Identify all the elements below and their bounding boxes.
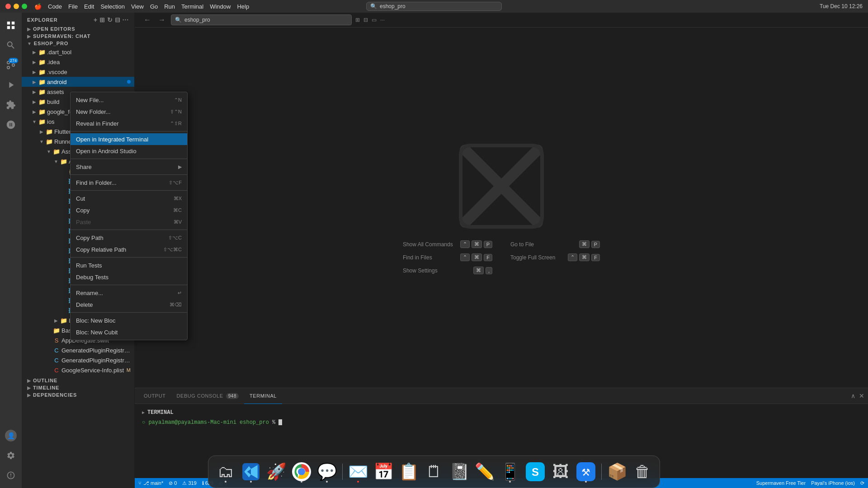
dock-pencil[interactable]: ✏️ xyxy=(473,460,496,483)
code-menu[interactable]: Code xyxy=(48,3,62,10)
new-file-icon[interactable]: + xyxy=(94,16,98,23)
collapse-all-icon[interactable]: ⊟ xyxy=(115,16,121,23)
split-editor-icon[interactable]: ⊞ xyxy=(355,17,360,23)
close-panel-icon[interactable]: ✕ xyxy=(859,392,864,399)
activity-supermaven[interactable] xyxy=(2,116,20,134)
file-menu[interactable]: File xyxy=(68,3,78,10)
forward-button[interactable]: → xyxy=(156,15,167,25)
menu-open-android-studio[interactable]: Open in Android Studio xyxy=(71,145,187,157)
menu-open-terminal[interactable]: Open in Integrated Terminal xyxy=(71,133,187,145)
activity-explorer[interactable] xyxy=(2,16,20,34)
menu-share[interactable]: Share ▶ xyxy=(71,161,187,173)
tab-output[interactable]: OUTPUT xyxy=(138,388,171,404)
dock-xcode[interactable]: ⚒ xyxy=(574,460,598,483)
section-supermaven[interactable]: ▶ SUPERMAVEN: CHAT xyxy=(22,33,134,40)
layout-icon[interactable]: ▭ xyxy=(372,17,377,23)
view-menu[interactable]: View xyxy=(131,3,144,10)
window-controls[interactable] xyxy=(5,4,27,9)
dock-launchpad[interactable]: 🚀 xyxy=(264,460,288,483)
go-menu[interactable]: Go xyxy=(150,3,158,10)
section-timeline[interactable]: ▶ TIMELINE xyxy=(22,384,134,391)
menu-reveal-finder[interactable]: Reveal in Finder ⌃⇧R xyxy=(71,117,187,129)
menu-bloc-new-cubit[interactable]: Bloc: New Cubit xyxy=(71,326,187,338)
dock-stickies[interactable]: 🗒 xyxy=(422,460,446,483)
sidebar-item-generatedplugin-m[interactable]: C GeneratedPluginRegistrant.m xyxy=(22,355,134,365)
close-button[interactable] xyxy=(5,4,11,9)
sidebar-item-generatedplugin-h[interactable]: C GeneratedPluginRegistrant.h xyxy=(22,345,134,355)
expand-icon[interactable]: ∧ xyxy=(851,392,855,399)
menu-paste[interactable]: Paste ⌘V xyxy=(71,216,187,228)
menu-delete[interactable]: Delete ⌘⌫ xyxy=(71,299,187,310)
folder-arrow: ▶ xyxy=(31,70,38,75)
help-menu[interactable]: Help xyxy=(237,3,249,10)
dock-preview[interactable]: 🖼 xyxy=(549,460,572,483)
status-sync[interactable]: ⟳ xyxy=(860,480,864,486)
sidebar-item-idea[interactable]: ▶ 📁 .idea xyxy=(22,57,134,67)
dock-skype[interactable]: S xyxy=(524,460,547,483)
activity-source-control[interactable]: 274 xyxy=(2,56,20,74)
terminal-section[interactable]: ▶ TERMINAL xyxy=(142,408,861,418)
edit-menu[interactable]: Edit xyxy=(84,3,94,10)
tab-terminal[interactable]: TERMINAL xyxy=(244,388,282,404)
menu-find-in-folder[interactable]: Find in Folder... ⇧⌥F xyxy=(71,177,187,188)
dock-slack[interactable]: 💬 xyxy=(315,460,339,483)
sidebar-item-googleservice[interactable]: C GoogleService-Info.plist M xyxy=(22,365,134,375)
section-open-editors[interactable]: ▶ OPEN EDITORS xyxy=(22,25,134,33)
section-dependencies[interactable]: ▶ DEPENDENCIES xyxy=(22,391,134,399)
selection-menu[interactable]: Selection xyxy=(100,3,124,10)
activity-run[interactable] xyxy=(2,76,20,94)
sidebar-item-android[interactable]: ▶ 📁 android xyxy=(22,77,134,87)
menu-run-tests[interactable]: Run Tests xyxy=(71,259,187,271)
dock-trash[interactable]: 🗑 xyxy=(631,460,654,483)
editor-search-bar[interactable]: 🔍 eshop_pro xyxy=(171,14,352,25)
menu-new-file[interactable]: New File... ⌃N xyxy=(71,94,187,106)
menu-copy[interactable]: Copy ⌘C xyxy=(71,204,187,216)
menu-copy-relative-path[interactable]: Copy Relative Path ⇧⌥⌘C xyxy=(71,244,187,255)
terminal-menu[interactable]: Terminal xyxy=(181,3,203,10)
activity-remote[interactable] xyxy=(2,466,20,484)
dock-calendar[interactable]: 📅 xyxy=(372,460,395,483)
back-button[interactable]: ← xyxy=(142,15,153,25)
dock-notes[interactable]: 📋 xyxy=(397,460,420,483)
menu-rename[interactable]: Rename... ↵ xyxy=(71,287,187,299)
dock-vscode[interactable] xyxy=(239,460,263,483)
new-folder-icon[interactable]: ⊞ xyxy=(99,16,105,23)
menu-debug-tests[interactable]: Debug Tests xyxy=(71,271,187,283)
sidebar-item-vscode[interactable]: ▶ 📁 .vscode xyxy=(22,67,134,77)
status-warnings[interactable]: ⚠ 319 xyxy=(182,480,196,486)
run-menu[interactable]: Run xyxy=(164,3,175,10)
menu-copy-path[interactable]: Copy Path ⇧⌥C xyxy=(71,232,187,244)
tab-debug-console[interactable]: DEBUG CONSOLE 948 xyxy=(171,388,244,404)
dock-chrome[interactable] xyxy=(290,460,313,483)
activity-account[interactable]: 👤 xyxy=(2,427,20,445)
dock-downloads[interactable]: 📦 xyxy=(605,460,629,483)
dock-tasks[interactable]: 📓 xyxy=(448,460,471,483)
status-device[interactable]: Payal's iPhone (ios) xyxy=(811,480,855,486)
apple-menu[interactable]: 🍎 xyxy=(34,3,42,10)
menu-new-folder[interactable]: New Folder... ⇧⌃N xyxy=(71,106,187,117)
more-options-icon[interactable]: ··· xyxy=(123,16,129,23)
dock-finder[interactable]: 🗂 xyxy=(214,460,237,483)
status-branch[interactable]: ⑂ ⎇ main* xyxy=(138,480,163,486)
sidebar-item-dart-tool[interactable]: ▶ 📁 .dart_tool xyxy=(22,47,134,57)
explorer-title: EXPLORER xyxy=(27,17,58,23)
section-outline[interactable]: ▶ OUTLINE xyxy=(22,377,134,384)
refresh-icon[interactable]: ↻ xyxy=(107,16,113,23)
window-menu[interactable]: Window xyxy=(210,3,231,10)
section-project[interactable]: ▼ ESHOP_PRO xyxy=(22,40,134,47)
global-search[interactable]: 🔍 eshop_pro xyxy=(366,2,502,11)
status-errors[interactable]: ⊘ 0 xyxy=(169,480,177,486)
dock-mail[interactable]: ✉️ xyxy=(346,460,370,483)
activity-settings[interactable] xyxy=(2,446,20,465)
minimize-button[interactable] xyxy=(14,4,19,9)
maximize-button[interactable] xyxy=(22,4,27,9)
more-actions-icon[interactable]: ··· xyxy=(380,17,385,23)
menu-item-shortcut: ⌘C xyxy=(173,207,182,213)
dock-whatsapp[interactable]: 📱 xyxy=(498,460,522,483)
status-supermaven[interactable]: Supermaven Free Tier xyxy=(756,480,806,486)
activity-search[interactable] xyxy=(2,36,20,54)
activity-extensions[interactable] xyxy=(2,96,20,114)
menu-bloc-new-bloc[interactable]: Bloc: New Bloc xyxy=(71,314,187,326)
menu-cut[interactable]: Cut ⌘X xyxy=(71,192,187,204)
toggle-panel-icon[interactable]: ⊟ xyxy=(363,17,368,23)
